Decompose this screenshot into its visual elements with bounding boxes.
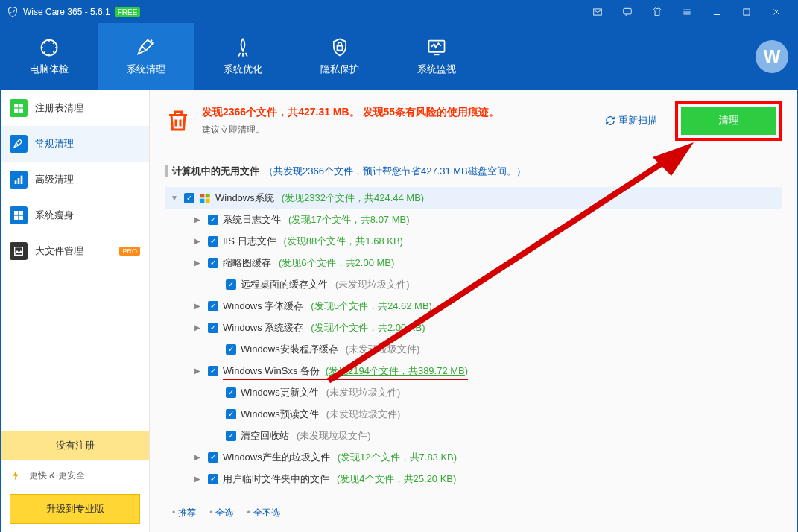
checkbox[interactable]: ✓ <box>226 279 236 290</box>
tree-row[interactable]: ▶✓Windows 字体缓存 (发现5个文件，共24.62 MB) <box>165 295 782 317</box>
expander-icon[interactable]: ▶ <box>194 302 203 310</box>
row-label: Windows 字体缓存 <box>223 300 303 313</box>
checkbox[interactable]: ✓ <box>208 474 218 484</box>
expander-icon[interactable]: ▶ <box>194 323 203 332</box>
tree-row[interactable]: ✓远程桌面的缓存文件 (未发现垃圾文件) <box>165 273 782 295</box>
section-title-text: 计算机中的无用文件 <box>172 165 259 178</box>
checkbox[interactable]: ✓ <box>184 193 194 203</box>
checkbox[interactable]: ✓ <box>208 236 218 247</box>
svg-rect-14 <box>21 176 23 184</box>
expander-icon[interactable]: ▶ <box>194 215 203 224</box>
expander-icon[interactable]: ▼ <box>171 194 180 202</box>
checkbox[interactable]: ✓ <box>208 301 218 311</box>
checkbox[interactable]: ✓ <box>226 409 236 419</box>
file-tree: ▼ ✓ Windows系统 (发现2332个文件，共424.44 MB) ▶✓系… <box>165 187 782 501</box>
checkbox[interactable]: ✓ <box>226 387 236 398</box>
checkbox[interactable]: ✓ <box>226 344 236 355</box>
row-stat: (发现5个文件，共24.62 MB) <box>311 300 432 313</box>
svg-rect-8 <box>14 104 18 107</box>
checkbox[interactable]: ✓ <box>208 215 218 225</box>
expander-icon[interactable]: ▶ <box>194 453 203 461</box>
row-label: Windows更新文件 <box>241 386 319 399</box>
sidebar-item-2[interactable]: 高级清理 <box>1 162 149 197</box>
tree-row[interactable]: ▶✓Windows产生的垃圾文件 (发现12个文件，共7.83 KB) <box>165 446 782 468</box>
svg-rect-22 <box>200 198 204 202</box>
minimize-button[interactable] <box>702 1 732 23</box>
expander-icon[interactable]: ▶ <box>194 237 203 245</box>
footer-select-none[interactable]: •全不选 <box>247 507 279 519</box>
tab-pc-check[interactable]: 电脑体检 <box>1 23 98 90</box>
upgrade-button[interactable]: 升级到专业版 <box>10 494 140 524</box>
expander-icon[interactable]: ▶ <box>194 367 203 375</box>
sidebar-item-4[interactable]: 大文件管理PRO <box>1 233 149 269</box>
svg-rect-17 <box>14 216 18 220</box>
tab-system-clean[interactable]: 系统清理 <box>98 23 194 90</box>
checkbox[interactable]: ✓ <box>226 431 236 441</box>
avatar[interactable]: W <box>756 40 788 73</box>
tab-system-optimize[interactable]: 系统优化 <box>194 23 291 90</box>
checkbox[interactable]: ✓ <box>208 323 218 333</box>
rescan-link[interactable]: 重新扫描 <box>605 114 657 127</box>
expander-icon[interactable]: ▶ <box>194 259 203 267</box>
register-banner[interactable]: 没有注册 <box>1 431 149 460</box>
tab-privacy[interactable]: 隐私保护 <box>291 23 388 90</box>
tab-label: 隐私保护 <box>320 63 359 76</box>
row-label: IIS 日志文件 <box>223 235 276 248</box>
shirt-icon[interactable] <box>642 1 672 23</box>
menu-icon[interactable] <box>672 1 702 23</box>
row-label: Windows系统 <box>215 191 274 205</box>
maximize-button[interactable] <box>732 1 761 23</box>
tree-row[interactable]: ▶✓IIS 日志文件 (发现88个文件，共1.68 KB) <box>165 230 782 252</box>
mail-icon[interactable] <box>583 1 612 23</box>
tree-row[interactable]: ✓清空回收站 (未发现垃圾文件) <box>165 425 782 446</box>
footer-recommend[interactable]: •推荐 <box>172 507 196 519</box>
checkbox[interactable]: ✓ <box>208 452 218 463</box>
row-stat: (发现2194个文件，共389.72 MB) <box>326 365 468 376</box>
faster-safer: 更快 & 更安全 <box>1 460 149 491</box>
tree-row[interactable]: ✓Windows安装程序缓存 (未发现垃圾文件) <box>165 338 782 360</box>
tree-row[interactable]: ▶✓系统日志文件 (发现17个文件，共8.07 MB) <box>165 209 782 230</box>
sidebar-item-1[interactable]: 常规清理 <box>1 126 149 162</box>
sidebar-item-0[interactable]: 注册表清理 <box>1 90 149 126</box>
tree-group[interactable]: ▼ ✓ Windows系统 (发现2332个文件，共424.44 MB) <box>165 187 782 209</box>
feedback-icon[interactable] <box>612 1 642 23</box>
app-title: Wise Care 365 - 5.6.1 <box>23 7 110 17</box>
checkbox[interactable]: ✓ <box>208 258 218 268</box>
main-toolbar: 电脑体检 系统清理 系统优化 隐私保护 系统监视 W <box>1 23 797 90</box>
row-label: Windows产生的垃圾文件 <box>223 451 330 464</box>
expander-icon[interactable]: ▶ <box>194 475 203 483</box>
tree-row[interactable]: ✓Windows预读文件 (未发现垃圾文件) <box>165 403 782 425</box>
sidebar-item-label: 大文件管理 <box>35 244 83 258</box>
footer-select-all[interactable]: •全选 <box>209 507 233 519</box>
tree-row[interactable]: ▶✓用户临时文件夹中的文件 (发现4个文件，共25.20 KB) <box>165 468 782 490</box>
summary-sub: 建议立即清理。 <box>202 124 595 136</box>
svg-rect-2 <box>744 9 750 15</box>
pro-badge: PRO <box>119 247 140 256</box>
checkbox[interactable]: ✓ <box>208 366 218 376</box>
svg-rect-18 <box>19 216 23 220</box>
windows-icon <box>199 192 211 204</box>
close-button[interactable] <box>761 1 791 23</box>
tree-row[interactable]: ▶✓Windows 系统缓存 (发现4个文件，共2.00 KB) <box>165 317 782 338</box>
tree-row[interactable]: ▶✓缩略图缓存 (发现6个文件，共2.00 MB) <box>165 252 782 273</box>
tab-system-monitor[interactable]: 系统监视 <box>388 23 485 90</box>
svg-rect-21 <box>206 194 210 197</box>
tree-row[interactable]: ▶✓Windows WinSxs 备份 (发现2194个文件，共389.72 M… <box>165 360 782 381</box>
sidebar-item-3[interactable]: 系统瘦身 <box>1 197 149 233</box>
svg-point-5 <box>153 43 153 44</box>
svg-rect-16 <box>19 211 23 215</box>
row-stat: (发现2332个文件，共424.44 MB) <box>282 191 424 205</box>
svg-rect-15 <box>14 211 18 215</box>
row-label: 清空回收站 <box>241 429 289 443</box>
tab-label: 系统优化 <box>224 63 262 76</box>
tab-label: 系统监视 <box>417 63 456 76</box>
footer-links: •推荐 •全选 •全不选 <box>165 501 782 522</box>
rescan-label: 重新扫描 <box>618 114 657 127</box>
svg-rect-0 <box>594 9 602 15</box>
clean-button[interactable]: 清理 <box>681 107 776 135</box>
tree-row[interactable]: ✓Windows更新文件 (未发现垃圾文件) <box>165 381 782 403</box>
svg-rect-10 <box>14 109 18 113</box>
row-stat: (发现88个文件，共1.68 KB) <box>284 235 403 248</box>
section-detail: （共发现2366个文件，预计帮您节省427.31 MB磁盘空间。） <box>264 165 526 178</box>
svg-rect-23 <box>206 198 210 202</box>
